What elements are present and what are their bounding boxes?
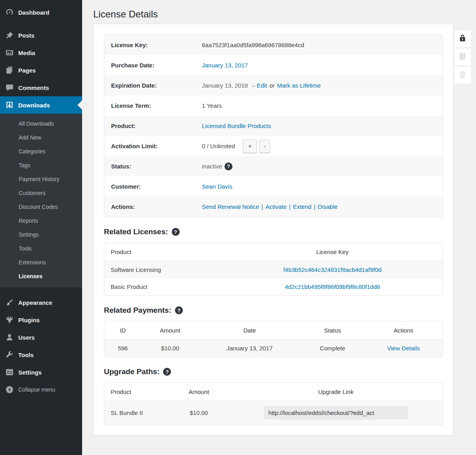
sidebar-item-pages[interactable]: Pages xyxy=(0,61,82,79)
detail-row-product: Product: Licensed Bundle Products xyxy=(104,116,442,136)
column-header-amount: Amount xyxy=(169,383,230,401)
increase-limit-button[interactable]: + xyxy=(243,140,257,153)
detail-row-status: Status: inactive ? xyxy=(104,156,442,176)
sidebar-item-downloads[interactable]: Downloads xyxy=(0,96,82,114)
sidebar-item-media[interactable]: Media xyxy=(0,44,82,61)
submenu-item-extensions[interactable]: Extensions xyxy=(0,256,82,270)
license-tab[interactable] xyxy=(454,31,471,47)
sidebar-item-appearance[interactable]: Appearance xyxy=(0,294,82,311)
menu-separator xyxy=(0,21,82,27)
admin-app: Dashboard Posts Media Pages Commen xyxy=(0,0,476,455)
help-icon[interactable]: ? xyxy=(175,306,183,314)
submenu-item-all-downloads[interactable]: All Downloads xyxy=(0,117,82,131)
sidebar-item-label: Dashboard xyxy=(18,9,49,16)
submenu-item-settings[interactable]: Settings xyxy=(0,228,82,242)
collapse-menu-button[interactable]: Collapse menu xyxy=(0,381,82,398)
send-renewal-notice-link[interactable]: Send Renewal Notice xyxy=(202,203,259,210)
wrench-icon xyxy=(5,350,14,359)
license-term-value: 1 Years xyxy=(202,102,222,109)
delete-tab[interactable] xyxy=(454,67,471,84)
pipe-separator: | xyxy=(261,203,263,210)
comment-icon xyxy=(5,83,14,92)
detail-row-actions: Actions: Send Renewal Notice | Activate … xyxy=(104,197,442,217)
mark-as-lifetime-link[interactable]: Mark as Lifetime xyxy=(277,82,321,89)
sidebar-item-dashboard[interactable]: Dashboard xyxy=(0,4,82,21)
detail-label: License Term: xyxy=(104,102,202,109)
sidebar-item-label: Settings xyxy=(18,369,42,376)
main-content: License Details xyxy=(82,0,476,455)
column-header-date: Date xyxy=(199,321,300,340)
book-icon xyxy=(458,52,467,62)
edit-expiration-link[interactable]: Edit xyxy=(257,82,267,89)
sidebar-item-tools[interactable]: Tools xyxy=(0,346,82,363)
purchase-date-link[interactable]: January 13, 2017 xyxy=(202,62,248,69)
dashboard-icon xyxy=(5,8,14,17)
submenu-item-reports[interactable]: Reports xyxy=(0,214,82,228)
view-details-link[interactable]: View Details xyxy=(387,345,420,352)
payment-amount: $10.00 xyxy=(141,340,199,357)
logs-tab[interactable] xyxy=(454,49,471,65)
upgrade-path-row: SL Bundle II $10.00 xyxy=(104,401,443,425)
sidebar-item-label: Media xyxy=(18,50,35,56)
detail-label: Expiration Date: xyxy=(104,82,202,89)
extend-link[interactable]: Extend xyxy=(293,203,311,210)
decrease-limit-button[interactable]: - xyxy=(259,140,270,153)
help-icon[interactable]: ? xyxy=(172,228,180,236)
user-icon xyxy=(5,333,14,342)
sidebar-item-label: Comments xyxy=(18,84,49,91)
product-link[interactable]: Licensed Bundle Products xyxy=(202,122,271,129)
detail-label: Product: xyxy=(104,122,202,129)
related-license-key-link[interactable]: f4b3b52c464c324831f8acb4d1af9f0d xyxy=(283,266,382,273)
sidebar-item-comments[interactable]: Comments xyxy=(0,79,82,96)
detail-row-expiration-date: Expiration Date: January 13, 2018 – Edit… xyxy=(104,75,442,96)
collapse-menu-label: Collapse menu xyxy=(18,386,55,393)
upgrade-amount: $10.00 xyxy=(169,401,230,425)
upgrade-product-name: SL Bundle II xyxy=(104,401,169,425)
sliders-icon xyxy=(5,368,14,377)
section-title: Related Licenses: xyxy=(104,228,168,236)
submenu-item-add-new[interactable]: Add New xyxy=(0,131,82,145)
submenu-item-tags[interactable]: Tags xyxy=(0,159,82,172)
upgrade-paths-table: Product Amount Upgrade Link SL Bundle II… xyxy=(104,382,443,425)
page-title: License Details xyxy=(93,8,476,20)
detail-label: Purchase Date: xyxy=(104,62,202,69)
pipe-separator: | xyxy=(289,203,291,210)
downloads-submenu: All Downloads Add New Categories Tags Pa… xyxy=(0,114,82,287)
related-licenses-heading: Related Licenses: ? xyxy=(104,228,443,236)
help-icon[interactable]: ? xyxy=(163,368,171,376)
detail-label: Activation Limit: xyxy=(104,143,202,149)
submenu-item-discount-codes[interactable]: Discount Codes xyxy=(0,200,82,214)
customer-link[interactable]: Sean Davis xyxy=(202,183,232,190)
lock-icon xyxy=(458,34,467,44)
submenu-item-categories[interactable]: Categories xyxy=(0,145,82,159)
trash-icon xyxy=(458,70,467,80)
sidebar-item-posts[interactable]: Posts xyxy=(0,27,82,44)
detail-label: License Key: xyxy=(104,42,202,48)
activate-link[interactable]: Activate xyxy=(265,203,286,210)
submenu-item-tools[interactable]: Tools xyxy=(0,242,82,256)
detail-label: Customer: xyxy=(104,183,202,190)
sidebar-item-settings[interactable]: Settings xyxy=(0,363,82,381)
sidebar-item-label: Pages xyxy=(18,67,36,74)
related-payments-heading: Related Payments: ? xyxy=(104,306,443,315)
detail-row-activation-limit: Activation Limit: 0 / Unlimited + - xyxy=(104,136,442,156)
submenu-item-customers[interactable]: Customers xyxy=(0,186,82,200)
related-product-name: Basic Product xyxy=(104,278,223,296)
disable-link[interactable]: Disable xyxy=(318,203,338,210)
upgrade-link-input[interactable] xyxy=(264,406,408,419)
pushpin-icon xyxy=(5,31,14,40)
related-license-key-link[interactable]: 4d2c21bb495f8f86f09bf9f8c80f1dd8 xyxy=(285,283,380,290)
sidebar-item-users[interactable]: Users xyxy=(0,329,82,346)
submenu-item-licenses[interactable]: Licenses xyxy=(0,270,82,283)
related-payments-table: ID Amount Date Status Actions 596 $10.00… xyxy=(104,321,443,357)
payment-status: Complete xyxy=(300,340,365,357)
collapse-arrow-icon xyxy=(5,385,14,394)
column-header-id: ID xyxy=(104,321,142,340)
payment-id: 596 xyxy=(104,340,142,357)
sidebar-item-label: Posts xyxy=(18,32,35,39)
submenu-item-payment-history[interactable]: Payment History xyxy=(0,172,82,186)
help-icon[interactable]: ? xyxy=(225,162,232,170)
column-header-actions: Actions xyxy=(365,321,442,340)
sidebar-item-plugins[interactable]: Plugins xyxy=(0,311,82,329)
conjunction-text: or xyxy=(269,82,274,89)
